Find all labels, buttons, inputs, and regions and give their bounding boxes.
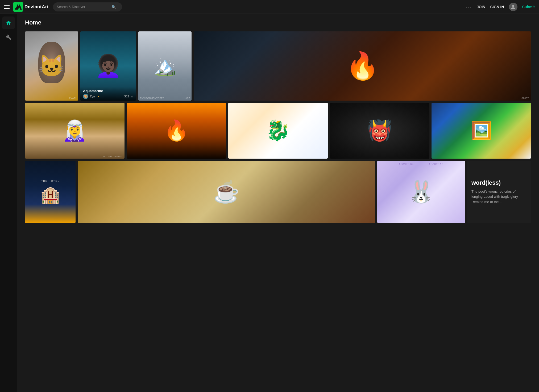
art-card-adopt[interactable]: 🐰 ADOPT 09 ADOPT 10 [377, 161, 465, 223]
aquamarine-avatar: 🎨 [83, 94, 88, 99]
gallery-row-2: 🧝‍♀️ NOT THE ORIGINAL 🔥 🐉 👹 🖼️ [25, 103, 531, 159]
aquamarine-fav-icon[interactable]: ☆ [131, 94, 134, 98]
aquamarine-count: 332 [124, 95, 129, 98]
gallery-row-1: 🐱 ZYARI 👩🏿‍🦱 Aquamarine 🎨 Zyari ● [25, 31, 531, 101]
aquamarine-meta: 🎨 Zyari ● 332 ☆ [83, 94, 134, 99]
cat-art: 🐱 [25, 31, 78, 101]
nav-right: ··· JOIN SIGN IN Submit [466, 3, 535, 11]
signin-button[interactable]: SIGN IN [490, 5, 504, 9]
main-content: Home 🐱 ZYARI 👩🏿‍🦱 Aquamarin [17, 14, 539, 392]
sidebar-item-tools[interactable] [2, 31, 15, 44]
art-card-horror[interactable]: 👹 [330, 103, 429, 159]
art-card-framed-painting[interactable]: 🖼️ [432, 103, 531, 159]
logo[interactable]: DeviantArt [13, 2, 49, 12]
submit-button[interactable]: Submit [522, 5, 535, 9]
wordless-content: word(less) The poet's wrenched cries of … [467, 161, 531, 223]
art-card-hotel[interactable]: THE HOTEL 🏨 [25, 161, 76, 223]
env-label: ENVIRONMENTOBER [140, 97, 164, 100]
join-button[interactable]: JOIN [477, 5, 486, 9]
logo-text: DeviantArt [24, 4, 49, 10]
menu-button[interactable] [4, 5, 10, 9]
search-icon[interactable]: 🔍 [111, 5, 116, 9]
art-card-environment[interactable]: 🏔️ ENVIRONMENTOBER #07 [138, 31, 192, 101]
gallery: 🐱 ZYARI 👩🏿‍🦱 Aquamarine 🎨 Zyari ● [25, 31, 531, 223]
aquamarine-dot: ● [98, 95, 99, 98]
search-bar[interactable]: 🔍 [53, 2, 122, 11]
art-card-witch-dragon[interactable]: 🐉 [228, 103, 328, 159]
user-avatar-button[interactable] [509, 3, 517, 11]
fire-watermark: SMITE [521, 97, 529, 100]
fantasy-watermark: NOT THE ORIGINAL [103, 156, 123, 158]
art-card-cat[interactable]: 🐱 ZYARI [25, 31, 78, 101]
aquamarine-title: Aquamarine [83, 89, 134, 93]
aquamarine-overlay: Aquamarine 🎨 Zyari ● 332 ☆ [80, 87, 136, 101]
aquamarine-author: Zyari [90, 95, 96, 98]
logo-icon [13, 2, 23, 12]
art-card-fire-scarecrow[interactable]: 🔥 [127, 103, 226, 159]
sidebar-item-home[interactable] [2, 16, 15, 29]
gallery-row-3: THE HOTEL 🏨 ☕ 🐰 ADOPT 09 ADOPT 10 [25, 161, 531, 223]
art-card-aquamarine[interactable]: 👩🏿‍🦱 Aquamarine 🎨 Zyari ● 332 ☆ [80, 31, 136, 101]
art-card-fantasy-lady[interactable]: 🧝‍♀️ NOT THE ORIGINAL [25, 103, 125, 159]
cat-watermark: ZYARI [69, 97, 77, 100]
sidebar [0, 14, 17, 392]
art-card-wordless[interactable]: word(less) The poet's wrenched cries of … [467, 161, 531, 223]
art-card-fire-warrior[interactable]: 🔥 SMITE [194, 31, 531, 101]
env-number: #07 [185, 97, 190, 100]
more-options-button[interactable]: ··· [466, 4, 472, 10]
page-layout: Home 🐱 ZYARI 👩🏿‍🦱 Aquamarin [0, 14, 539, 392]
page-title: Home [25, 19, 531, 26]
nav-left: DeviantArt [4, 2, 49, 12]
art-card-tea-party[interactable]: ☕ [78, 161, 375, 223]
top-navigation: DeviantArt 🔍 ··· JOIN SIGN IN Submit [0, 0, 539, 14]
wordless-title: word(less) [471, 179, 527, 186]
search-input[interactable] [57, 5, 110, 9]
wordless-text: The poet's wrenched cries of longing Lac… [471, 189, 527, 205]
